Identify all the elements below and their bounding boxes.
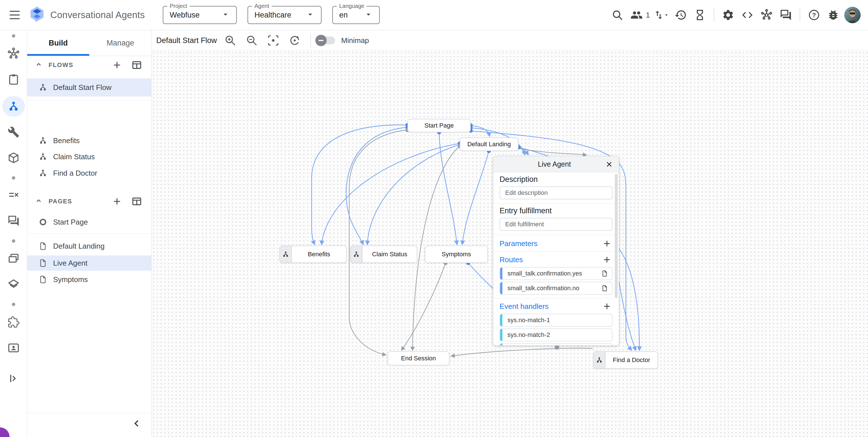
collapse-flows-icon[interactable] xyxy=(34,60,43,70)
node-start-page[interactable]: Start Page xyxy=(407,119,471,133)
header-actions: 1 xyxy=(609,7,868,23)
page-icon[interactable] xyxy=(601,285,608,292)
minimap-toggle[interactable] xyxy=(316,36,335,45)
sidebar-item-start-page[interactable]: Start Page xyxy=(27,214,151,230)
divider xyxy=(310,33,311,48)
add-route-icon[interactable] xyxy=(601,254,613,265)
rail-intents-icon[interactable] xyxy=(2,185,25,205)
collaborators-icon[interactable] xyxy=(628,7,645,23)
collapse-sidebar-icon[interactable] xyxy=(129,416,144,431)
app-window: Conversational Agents Project Webfuse Ag… xyxy=(0,0,868,437)
flows-table-view-icon[interactable] xyxy=(130,59,143,71)
node-claim-status[interactable]: Claim Status xyxy=(350,245,417,263)
reset-view-icon[interactable] xyxy=(286,32,303,49)
collaborators-count: 1 xyxy=(646,11,650,19)
bug-icon[interactable] xyxy=(825,7,841,23)
app-title: Conversational Agents xyxy=(50,10,145,20)
sidebar-item-default-landing[interactable]: Default Landing xyxy=(27,238,151,254)
add-flow-icon[interactable] xyxy=(111,59,123,71)
sidebar-item-claim-status[interactable]: Claim Status xyxy=(27,149,151,165)
event-handler-item[interactable]: sys.no-match-1 xyxy=(500,314,613,327)
node-find-a-doctor[interactable]: Find a Doctor xyxy=(593,351,658,369)
divider xyxy=(493,203,619,204)
sidebar-item-live-agent[interactable]: Live Agent xyxy=(27,255,172,271)
top-header: Conversational Agents Project Webfuse Ag… xyxy=(0,0,868,30)
zoom-in-icon[interactable] xyxy=(222,32,239,49)
rail-contact-card-icon[interactable] xyxy=(2,338,25,358)
rail-integrations-icon[interactable] xyxy=(2,312,25,332)
feedback-icon[interactable] xyxy=(778,7,794,23)
hourglass-icon[interactable] xyxy=(692,7,708,23)
close-icon[interactable] xyxy=(603,158,615,171)
add-event-handler-icon[interactable] xyxy=(601,301,613,312)
pages-table-view-icon[interactable] xyxy=(130,195,143,208)
node-default-landing[interactable]: Default Landing xyxy=(460,138,519,151)
panel-scrollbar[interactable] xyxy=(615,174,618,298)
pages-section-header: PAGES xyxy=(27,195,151,208)
rail-tools-icon[interactable] xyxy=(2,122,25,142)
history-icon[interactable] xyxy=(673,7,689,23)
import-export-icon[interactable] xyxy=(653,7,670,23)
avatar[interactable] xyxy=(844,7,861,23)
event-handler-item[interactable]: sys.no-match-3 xyxy=(500,343,613,346)
tab-build[interactable]: Build xyxy=(27,30,89,56)
flow-canvas[interactable]: Start Page Default Landing Benefits Clai… xyxy=(152,51,868,437)
project-select[interactable]: Project Webfuse xyxy=(163,6,237,24)
rail-clipboard-icon[interactable] xyxy=(2,69,25,90)
page-icon[interactable] xyxy=(601,270,608,277)
event-handlers-link[interactable]: Event handlers xyxy=(500,302,549,311)
flow-icon xyxy=(594,352,606,368)
divider xyxy=(27,233,151,234)
node-symptoms[interactable]: Symptoms xyxy=(425,245,488,263)
sidebar: Build Manage FLOWS Default Start Flow Be… xyxy=(27,30,152,437)
sidebar-item-symptoms[interactable]: Symptoms xyxy=(27,271,151,287)
help-icon[interactable]: ? xyxy=(806,7,822,23)
sidebar-item-default-start-flow[interactable]: Default Start Flow xyxy=(27,78,172,96)
sidebar-item-benefits[interactable]: Benefits xyxy=(27,133,151,148)
rail-package-icon[interactable] xyxy=(2,148,25,168)
node-end-session[interactable]: End Session xyxy=(388,351,450,366)
entry-fulfillment-input[interactable]: Edit fulfillment xyxy=(500,218,613,231)
rail-window-icon[interactable] xyxy=(2,248,25,268)
parameters-link[interactable]: Parameters xyxy=(500,239,537,248)
agent-select[interactable]: Agent Healthcare xyxy=(248,6,321,24)
rail-hub-icon[interactable] xyxy=(2,43,25,64)
zoom-out-icon[interactable] xyxy=(244,32,260,49)
node-benefits[interactable]: Benefits xyxy=(279,245,347,263)
divider xyxy=(27,100,151,101)
tab-manage[interactable]: Manage xyxy=(89,30,151,56)
route-item[interactable]: small_talk.confirmation.no xyxy=(500,282,613,295)
rail-flows-icon[interactable] xyxy=(2,96,25,117)
rail-open-panel-icon[interactable] xyxy=(2,368,25,389)
canvas-toolbar: Default Start Flow Minimap xyxy=(152,30,868,51)
chevron-down-icon xyxy=(221,10,230,20)
add-parameter-icon[interactable] xyxy=(601,238,613,249)
hub-icon[interactable] xyxy=(758,7,775,23)
code-icon[interactable] xyxy=(739,7,755,23)
event-handler-item[interactable]: sys.no-match-2 xyxy=(500,328,613,341)
flows-section-header: FLOWS xyxy=(27,58,151,72)
description-input[interactable]: Edit description xyxy=(500,186,613,199)
language-select[interactable]: Language en xyxy=(332,6,380,24)
sidebar-item-find-a-doctor[interactable]: Find a Doctor xyxy=(27,165,151,181)
add-page-icon[interactable] xyxy=(111,195,123,208)
parameters-section: Parameters xyxy=(500,238,613,249)
divider xyxy=(493,252,619,252)
event-handler-accent-bar xyxy=(500,314,502,326)
current-flow-name: Default Start Flow xyxy=(156,36,217,45)
route-accent-bar xyxy=(500,282,502,294)
flow-icon xyxy=(351,246,363,262)
flow-icon xyxy=(37,136,49,145)
rail-chat-icon[interactable] xyxy=(2,211,25,231)
flows-section-title: FLOWS xyxy=(49,61,73,69)
panel-header: Live Agent xyxy=(493,156,619,172)
context-selectors: Project Webfuse Agent Healthcare Languag… xyxy=(163,6,380,24)
rail-layers-icon[interactable] xyxy=(2,274,25,294)
routes-link[interactable]: Routes xyxy=(500,255,523,264)
settings-icon[interactable] xyxy=(720,7,736,23)
collapse-pages-icon[interactable] xyxy=(34,196,43,207)
route-item[interactable]: small_talk.confirmation.yes xyxy=(500,267,613,280)
menu-icon[interactable] xyxy=(6,6,23,24)
center-focus-icon[interactable] xyxy=(265,32,281,49)
search-icon[interactable] xyxy=(609,7,626,23)
